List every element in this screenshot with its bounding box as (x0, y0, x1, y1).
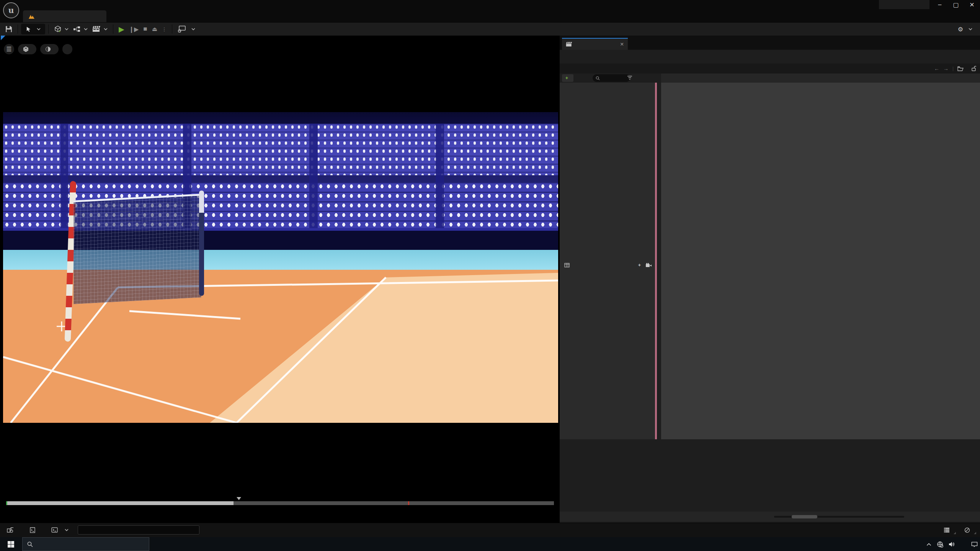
play-options-dots[interactable]: ⋮ (160, 24, 169, 34)
cmd-dropdown[interactable] (47, 525, 72, 535)
scrubber-marker-tick (408, 501, 409, 505)
cursor-mode-icon (26, 26, 31, 32)
open-folder-icon[interactable] (957, 66, 964, 71)
sequencer-tab-bar: ✕ (560, 36, 980, 50)
select-mode-dropdown[interactable] (21, 24, 45, 34)
cinematic-scrubber[interactable] (6, 501, 554, 505)
content-drawer-button[interactable] (3, 525, 21, 535)
timeline-pane[interactable] (661, 83, 980, 439)
boards-button[interactable] (564, 263, 572, 267)
timeline-ruler[interactable] (661, 73, 980, 83)
asset-tab-bar (0, 9, 980, 22)
windows-logo-icon (8, 541, 14, 548)
tray-chevron-up-icon[interactable] (926, 543, 931, 546)
chevron-down-icon (104, 26, 108, 32)
play-button[interactable]: ▶ (116, 24, 127, 34)
sequencer-toolbar (560, 50, 980, 64)
add-actor-dropdown[interactable]: + (52, 24, 71, 34)
timeline-scrollbar-thumb[interactable] (792, 515, 817, 518)
console-input[interactable] (78, 525, 199, 535)
perspective-dropdown[interactable] (18, 44, 36, 54)
maximize-button[interactable]: ▢ (948, 1, 964, 8)
tab-sequencer[interactable]: ✕ (562, 38, 628, 50)
scrubber-start-tick (6, 501, 7, 505)
skip-frame-button[interactable]: ❙▶ (127, 24, 141, 34)
chevron-down-icon (191, 26, 195, 32)
eject-button[interactable]: ⏏ (150, 24, 160, 34)
unreal-logo-icon[interactable]: u (3, 2, 19, 18)
unreal-editor-window: u – ▢ ✕ + (0, 0, 980, 551)
lit-dropdown[interactable] (40, 44, 59, 54)
derived-data-icon (944, 527, 950, 533)
output-log-button[interactable] (26, 525, 42, 535)
chevron-down-icon (84, 26, 88, 32)
camera-icon (645, 263, 652, 267)
sequencer-footer (560, 439, 980, 523)
close-icon[interactable]: ✕ (620, 41, 624, 47)
viewport-timeline-bar (1, 509, 559, 517)
chevron-down-icon (65, 26, 69, 32)
stop-button[interactable]: ■ (141, 24, 149, 34)
viewport-panel: ☰ (1, 36, 559, 523)
window-title (879, 0, 929, 9)
viewport-scene[interactable] (3, 112, 558, 423)
sequencer-clapper-icon (566, 42, 572, 47)
show-dropdown[interactable] (62, 44, 72, 54)
stands-walkway (3, 175, 558, 182)
network-globe-icon[interactable] (937, 541, 943, 548)
source-control-button[interactable] (960, 525, 977, 535)
source-control-off-icon (964, 527, 970, 533)
volleyball-net (74, 194, 201, 304)
blueprints-dropdown[interactable] (71, 24, 90, 34)
search-input[interactable] (602, 75, 622, 81)
viewport-focus-corner (1, 36, 5, 40)
lock-open-icon[interactable] (971, 66, 976, 71)
scrubber-played (6, 501, 234, 505)
tab-volleyballmap[interactable] (23, 10, 106, 22)
menu-bar: u – ▢ ✕ (0, 0, 980, 9)
nav-back-icon[interactable]: ← (934, 65, 939, 72)
chevron-down-icon (37, 26, 41, 32)
sequencer-track-header: + (560, 73, 661, 83)
search-icon (27, 541, 33, 547)
viewport-menu-button[interactable]: ☰ (4, 44, 14, 54)
status-bar (0, 523, 980, 537)
panel-splitter[interactable] (657, 83, 661, 439)
boards-row: + (560, 259, 655, 271)
notification-center-icon[interactable] (971, 541, 978, 547)
track-search-box[interactable] (593, 74, 630, 82)
sequencer-transport-bar (560, 512, 980, 522)
add-track-button[interactable]: + (562, 74, 573, 82)
system-tray (926, 537, 978, 551)
taskbar-search-box[interactable] (22, 537, 149, 551)
timeline-scrollbar-track[interactable] (774, 516, 904, 518)
sequencer-panel: ✕ ← → | + (560, 36, 980, 523)
derived-data-button[interactable] (940, 525, 957, 535)
minimize-button[interactable]: – (932, 1, 948, 8)
chevron-down-icon (969, 26, 972, 32)
cinematics-dropdown[interactable] (90, 24, 110, 34)
add-shot-board-button[interactable]: + (638, 262, 652, 268)
filter-icon[interactable] (627, 75, 632, 80)
window-controls: – ▢ ✕ (932, 0, 980, 9)
scrubber-marker[interactable] (237, 497, 241, 500)
close-button[interactable]: ✕ (964, 1, 980, 8)
volume-icon[interactable] (949, 541, 955, 547)
nav-forward-icon[interactable]: → (943, 65, 949, 72)
perspective-cube-icon (23, 46, 29, 52)
sequencer-outliner: + (560, 83, 655, 439)
net-post-center (199, 191, 204, 296)
clapperboard-icon (92, 26, 101, 33)
taskbar-search-input[interactable] (37, 541, 149, 548)
chevron-down-icon (65, 527, 69, 533)
settings-dropdown[interactable]: ⚙ (956, 24, 975, 34)
start-button[interactable] (0, 537, 21, 551)
sequencer-breadcrumb-bar: ← → | (560, 64, 980, 73)
sequencer-body: + (560, 83, 980, 439)
windows-taskbar (0, 537, 980, 551)
platforms-dropdown[interactable] (175, 24, 198, 34)
save-button[interactable] (3, 24, 15, 34)
stands-aisle (436, 124, 444, 228)
boards-grid-icon (564, 263, 570, 267)
output-log-icon (30, 527, 35, 533)
